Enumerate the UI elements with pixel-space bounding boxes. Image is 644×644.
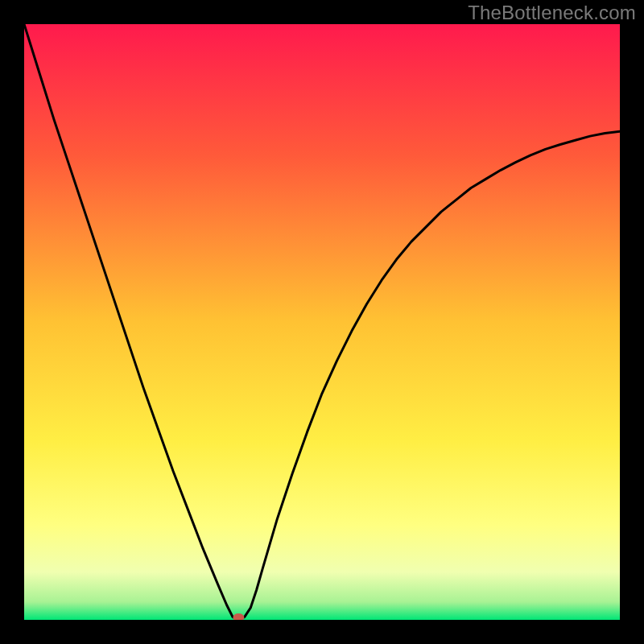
chart-frame: TheBottleneck.com [0, 0, 644, 644]
gradient-background [24, 24, 620, 620]
plot-area [24, 24, 620, 620]
watermark-text: TheBottleneck.com [468, 2, 636, 24]
